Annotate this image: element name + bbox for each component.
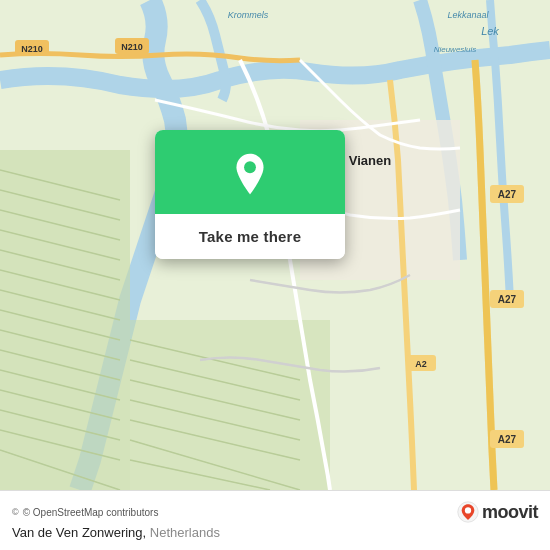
- svg-point-43: [244, 161, 256, 173]
- svg-text:Lek: Lek: [481, 25, 499, 37]
- svg-rect-1: [0, 150, 130, 490]
- svg-text:N210: N210: [121, 42, 143, 52]
- svg-text:Lekkanaal: Lekkanaal: [447, 10, 489, 20]
- svg-text:N210: N210: [21, 44, 43, 54]
- osm-credit: © © OpenStreetMap contributors: [12, 507, 158, 518]
- footer-bar: © © OpenStreetMap contributors moovit Va…: [0, 490, 550, 550]
- map-view[interactable]: A27 A27 A27 A2 N210 N210 Vianen Lek Lekk…: [0, 0, 550, 490]
- svg-text:A2: A2: [415, 359, 427, 369]
- take-me-there-button[interactable]: Take me there: [155, 214, 345, 259]
- place-name: Van de Ven Zonwering, Netherlands: [12, 525, 538, 540]
- moovit-logo: moovit: [457, 501, 538, 523]
- osm-credit-text: © OpenStreetMap contributors: [23, 507, 159, 518]
- svg-text:A27: A27: [498, 294, 517, 305]
- moovit-icon: [457, 501, 479, 523]
- location-pin-icon: [228, 152, 272, 196]
- svg-text:A27: A27: [498, 434, 517, 445]
- moovit-text: moovit: [482, 502, 538, 523]
- svg-text:A27: A27: [498, 189, 517, 200]
- svg-text:Vianen: Vianen: [349, 153, 391, 168]
- osm-logo: ©: [12, 507, 19, 517]
- svg-text:Nieuwesluis: Nieuwesluis: [434, 45, 477, 54]
- svg-text:Krommels: Krommels: [228, 10, 269, 20]
- svg-point-45: [465, 507, 471, 513]
- svg-rect-17: [130, 320, 330, 490]
- location-popup: Take me there: [155, 130, 345, 259]
- popup-header: [155, 130, 345, 214]
